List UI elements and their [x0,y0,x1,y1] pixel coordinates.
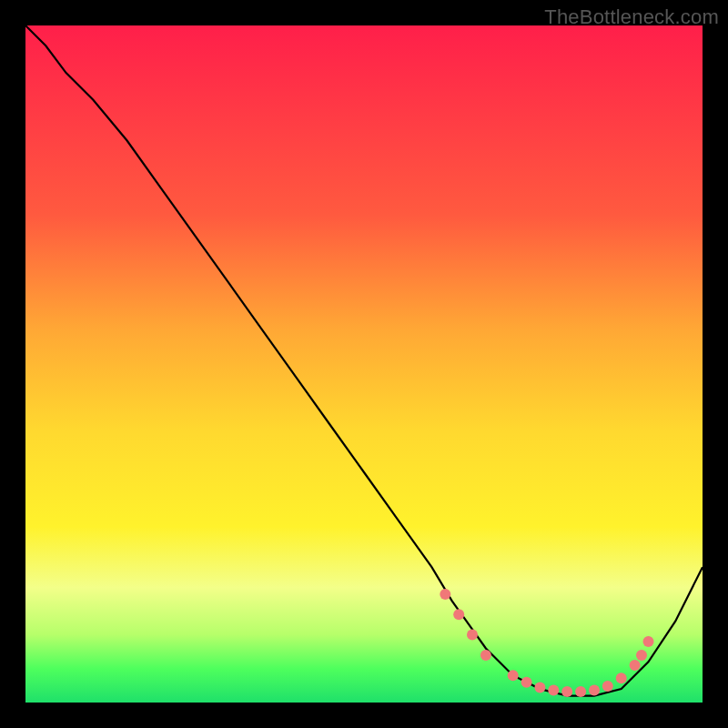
marker-dot [602,681,613,692]
marker-dot [636,650,647,661]
marker-dot [548,685,559,696]
watermark-text: TheBottleneck.com [544,5,719,29]
marker-dot [467,630,478,641]
marker-dot [575,686,586,697]
chart-frame: TheBottleneck.com [0,0,728,728]
chart-overlay [25,25,703,703]
marker-dot [589,685,600,696]
marker-dot [453,609,464,620]
marker-dot [616,672,627,683]
marker-dot [480,650,491,661]
marker-dot [440,589,450,600]
marker-dots [440,589,653,697]
marker-dot [561,686,572,697]
marker-dot [643,636,654,647]
marker-dot [630,660,641,671]
marker-dot [508,670,519,681]
marker-dot [534,682,545,693]
bottleneck-curve [25,25,703,696]
marker-dot [521,677,532,688]
